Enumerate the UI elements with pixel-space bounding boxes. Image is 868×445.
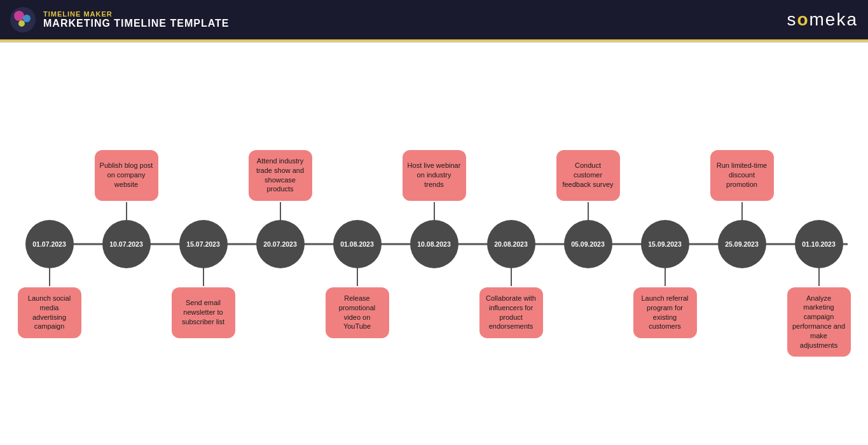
card-4: Attend industry trade show and showcase … bbox=[249, 150, 312, 201]
connector-4 bbox=[280, 202, 281, 220]
connector-2 bbox=[126, 202, 127, 220]
card-10: Run limited-time discount promotion bbox=[710, 150, 774, 201]
node-circle-11: 01.10.2023 bbox=[795, 220, 843, 268]
connector-9 bbox=[665, 268, 666, 286]
header-left: TIMELINE MAKER MARKETING TIMELINE TEMPLA… bbox=[10, 7, 229, 32]
header: TIMELINE MAKER MARKETING TIMELINE TEMPLA… bbox=[0, 0, 868, 39]
node-circle-9: 15.09.2023 bbox=[641, 220, 689, 268]
node-wrapper-4: Attend industry trade show and showcase … bbox=[245, 220, 315, 268]
svg-point-0 bbox=[10, 7, 36, 32]
node-wrapper-8: Conduct customer feedback survey05.09.20… bbox=[553, 220, 623, 268]
node-circle-2: 10.07.2023 bbox=[102, 220, 151, 268]
node-wrapper-2: Publish blog post on company website10.0… bbox=[92, 220, 162, 268]
timeline-nodes: Launch social media advertising campaign… bbox=[15, 220, 854, 268]
svg-point-1 bbox=[14, 11, 24, 21]
connector-6 bbox=[434, 202, 435, 220]
card-11: Analyze marketing campaign performance a… bbox=[787, 287, 851, 357]
header-titles: TIMELINE MAKER MARKETING TIMELINE TEMPLA… bbox=[43, 10, 229, 29]
node-circle-4: 20.07.2023 bbox=[256, 220, 305, 268]
card-7: Collaborate with influencers for product… bbox=[479, 287, 543, 338]
svg-point-2 bbox=[23, 15, 31, 22]
connector-1 bbox=[49, 268, 50, 286]
card-5: Release promotional video on YouTube bbox=[326, 287, 389, 338]
card-3: Send email newsletter to subscriber list bbox=[172, 287, 235, 338]
svg-point-3 bbox=[18, 20, 25, 27]
node-circle-6: 10.08.2023 bbox=[410, 220, 458, 268]
card-9: Launch referral program for existing cus… bbox=[633, 287, 697, 338]
node-wrapper-9: Launch referral program for existing cus… bbox=[630, 220, 700, 268]
node-circle-1: 01.07.2023 bbox=[25, 220, 74, 268]
connector-7 bbox=[511, 268, 512, 286]
connector-10 bbox=[741, 202, 743, 220]
node-wrapper-5: Release promotional video on YouTube01.0… bbox=[322, 220, 392, 268]
node-circle-8: 05.09.2023 bbox=[564, 220, 612, 268]
card-6: Host live webinar on industry trends bbox=[403, 150, 466, 201]
app-label: TIMELINE MAKER bbox=[43, 10, 229, 18]
page-title: MARKETING TIMELINE TEMPLATE bbox=[43, 18, 229, 29]
connector-3 bbox=[203, 268, 204, 286]
card-1: Launch social media advertising campaign bbox=[18, 287, 81, 338]
node-circle-7: 20.08.2023 bbox=[487, 220, 535, 268]
node-wrapper-7: Collaborate with influencers for product… bbox=[476, 220, 546, 268]
node-wrapper-1: Launch social media advertising campaign… bbox=[15, 220, 85, 268]
app-logo-icon bbox=[10, 7, 36, 32]
node-circle-10: 25.09.2023 bbox=[718, 220, 766, 268]
brand-logo: someka bbox=[787, 10, 858, 30]
card-8: Conduct customer feedback survey bbox=[556, 150, 620, 201]
node-wrapper-3: Send email newsletter to subscriber list… bbox=[169, 220, 238, 268]
node-wrapper-11: Analyze marketing campaign performance a… bbox=[784, 220, 854, 268]
connector-8 bbox=[588, 202, 589, 220]
connector-5 bbox=[357, 268, 358, 286]
timeline-area: Launch social media advertising campaign… bbox=[0, 43, 868, 445]
connector-11 bbox=[818, 268, 820, 286]
node-circle-3: 15.07.2023 bbox=[179, 220, 228, 268]
node-wrapper-6: Host live webinar on industry trends10.0… bbox=[399, 220, 469, 268]
node-circle-5: 01.08.2023 bbox=[333, 220, 382, 268]
node-wrapper-10: Run limited-time discount promotion25.09… bbox=[707, 220, 777, 268]
card-2: Publish blog post on company website bbox=[95, 150, 158, 201]
timeline-container: Launch social media advertising campaign… bbox=[15, 111, 854, 378]
